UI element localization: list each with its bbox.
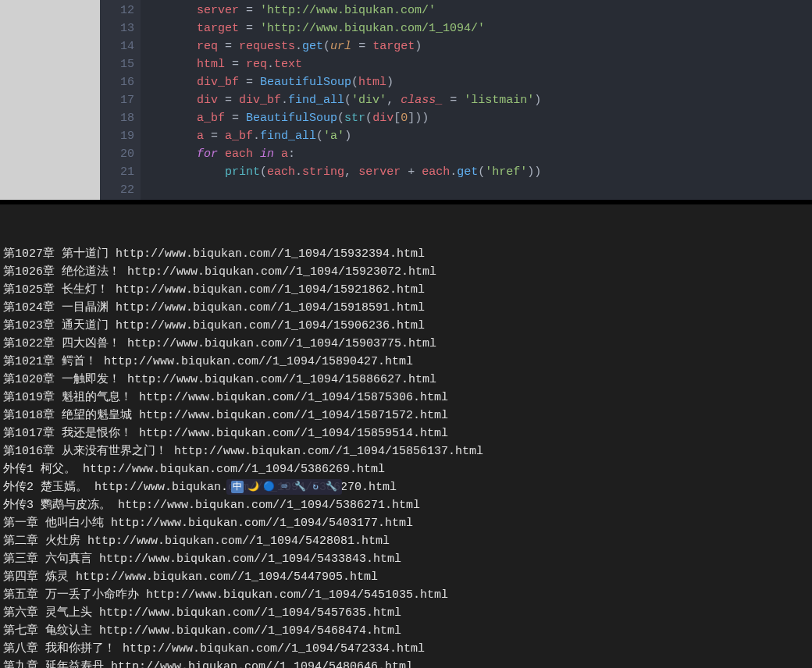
console-line: 第五章 万一丢了小命咋办 http://www.biqukan.com//1_1…	[3, 586, 809, 604]
line-number: 15	[102, 55, 134, 73]
code-line[interactable]: a_bf = BeautifulSoup(str(div[0]))	[141, 109, 812, 127]
console-line: 第1016章 从来没有世界之门！ http://www.biqukan.com/…	[3, 442, 809, 460]
code-line[interactable]: req = requests.get(url = target)	[141, 37, 812, 55]
console-line: 第1017章 我还是恨你！ http://www.biqukan.com//1_…	[3, 425, 809, 442]
code-line[interactable]: html = req.text	[141, 55, 812, 73]
line-number: 12	[102, 2, 134, 20]
ime-button[interactable]: 🔧	[294, 481, 306, 493]
console-line: 第七章 龟纹认主 http://www.biqukan.com//1_1094/…	[3, 622, 809, 640]
code-line[interactable]: target = 'http://www.biqukan.com/1_1094/…	[141, 20, 812, 37]
console-line: 第1019章 魁祖的气息！ http://www.biqukan.com//1_…	[3, 389, 809, 407]
ime-button[interactable]: 中	[231, 481, 244, 493]
code-line[interactable]: div = div_bf.find_all('div', class_ = 'l…	[141, 91, 812, 109]
code-line[interactable]: server = 'http://www.biqukan.com/'	[141, 2, 812, 20]
console-line: 外传2 楚玉嫣。 http://www.biqukan.com//1_1094/…	[3, 478, 809, 496]
console-line: 第二章 火灶房 http://www.biqukan.com//1_1094/5…	[3, 532, 809, 550]
code-area[interactable]: server = 'http://www.biqukan.com/' targe…	[141, 0, 812, 200]
console-line: 第1024章 一目晶渊 http://www.biqukan.com//1_10…	[3, 299, 809, 317]
editor-pane: 1213141516171819202122 server = 'http://…	[0, 0, 812, 204]
ime-toolbar[interactable]: 中🌙🔵⌨🔧↻🔧	[226, 479, 342, 495]
console-line: 第六章 灵气上头 http://www.biqukan.com//1_1094/…	[3, 604, 809, 622]
line-number: 14	[102, 37, 134, 55]
line-number: 13	[102, 20, 134, 37]
ime-button[interactable]: ⌨	[278, 481, 290, 493]
code-line[interactable]: for each in a:	[141, 145, 812, 163]
line-number: 18	[102, 109, 134, 127]
console-line: 第1023章 通天道门 http://www.biqukan.com//1_10…	[3, 317, 809, 335]
console-line: 第1026章 绝伦道法！ http://www.biqukan.com//1_1…	[3, 263, 809, 281]
line-number: 19	[102, 127, 134, 145]
line-number: 22	[102, 181, 134, 199]
console-line: 第九章 延年益寿丹 http://www.biqukan.com//1_1094…	[3, 658, 809, 668]
console-line: 第1025章 长生灯！ http://www.biqukan.com//1_10…	[3, 281, 809, 299]
ime-button[interactable]: 🔧	[325, 481, 337, 493]
editor-margin	[0, 0, 100, 200]
console-line: 第四章 炼灵 http://www.biqukan.com//1_1094/54…	[3, 568, 809, 586]
line-number: 17	[102, 91, 134, 109]
console-line: 第三章 六句真言 http://www.biqukan.com//1_1094/…	[3, 550, 809, 568]
console-line: 第1020章 一触即发！ http://www.biqukan.com//1_1…	[3, 371, 809, 389]
code-line[interactable]: div_bf = BeautifulSoup(html)	[141, 73, 812, 91]
console-line: 第一章 他叫白小纯 http://www.biqukan.com//1_1094…	[3, 514, 809, 532]
console-line: 第1027章 第十道门 http://www.biqukan.com//1_10…	[3, 245, 809, 263]
console-line: 第1018章 绝望的魁皇城 http://www.biqukan.com//1_…	[3, 407, 809, 425]
console-output[interactable]: 中🌙🔵⌨🔧↻🔧 第1027章 第十道门 http://www.biqukan.c…	[0, 204, 812, 668]
line-number: 20	[102, 145, 134, 163]
ime-button[interactable]: ↻	[309, 481, 322, 493]
console-line: 第1021章 鳄首！ http://www.biqukan.com//1_109…	[3, 353, 809, 371]
line-number: 21	[102, 163, 134, 181]
ime-button[interactable]: 🌙	[247, 481, 259, 493]
line-number: 16	[102, 73, 134, 91]
console-line: 外传1 柯父。 http://www.biqukan.com//1_1094/5…	[3, 460, 809, 478]
line-number-gutter: 1213141516171819202122	[100, 0, 141, 200]
code-line[interactable]: print(each.string, server + each.get('hr…	[141, 163, 812, 181]
console-line: 第1022章 四大凶兽！ http://www.biqukan.com//1_1…	[3, 335, 809, 353]
console-line: 外传3 鹦鹉与皮冻。 http://www.biqukan.com//1_109…	[3, 496, 809, 514]
code-line[interactable]: a = a_bf.find_all('a')	[141, 127, 812, 145]
ime-button[interactable]: 🔵	[262, 481, 275, 493]
console-line: 第八章 我和你拼了！ http://www.biqukan.com//1_109…	[3, 640, 809, 658]
code-line[interactable]	[141, 181, 812, 199]
